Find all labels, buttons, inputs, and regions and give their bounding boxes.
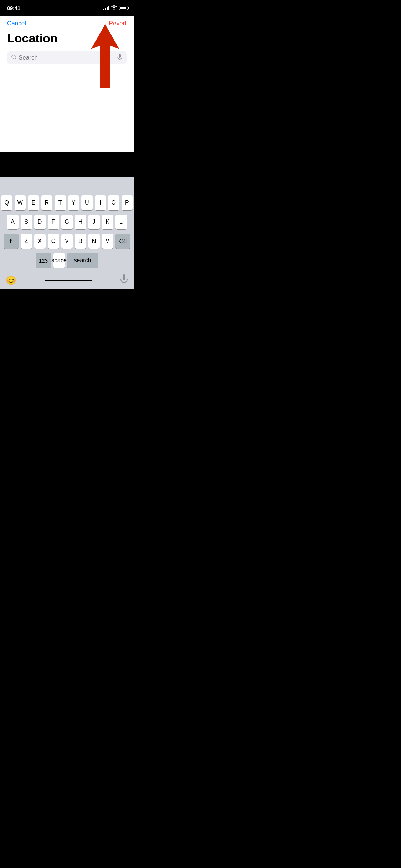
key-i[interactable]: I [95,195,106,210]
keyboard-rows: Q W E R T Y U I O P A S D F G H J K L ⬆ … [0,192,134,272]
key-h[interactable]: H [75,215,86,229]
key-w[interactable]: W [15,195,26,210]
shift-key[interactable]: ⬆ [4,234,19,249]
key-x[interactable]: X [34,234,46,249]
search-container [0,51,134,70]
key-c[interactable]: C [48,234,59,249]
delete-key[interactable]: ⌫ [115,234,130,249]
home-indicator [45,280,92,281]
key-b[interactable]: B [75,234,86,249]
content-area [0,70,134,152]
key-d[interactable]: D [34,215,46,229]
wifi-icon [111,5,117,11]
key-row-2: A S D F G H J K L [1,215,133,229]
key-r[interactable]: R [41,195,53,210]
space-key[interactable]: space [53,253,65,268]
key-n[interactable]: N [88,234,100,249]
key-u[interactable]: U [81,195,93,210]
svg-rect-3 [119,54,121,58]
status-time: 09:41 [7,5,20,11]
key-z[interactable]: Z [21,234,32,249]
emoji-button[interactable]: 😊 [6,275,16,285]
key-row-1: Q W E R T Y U I O P [1,195,133,210]
key-a[interactable]: A [7,215,19,229]
page-title: Location [0,30,134,51]
search-input[interactable] [19,54,115,61]
key-v[interactable]: V [61,234,73,249]
keyboard-suggestions [0,177,134,192]
key-o[interactable]: O [108,195,119,210]
key-e[interactable]: E [28,195,39,210]
key-q[interactable]: Q [1,195,12,210]
nav-bar: Cancel Revert [0,16,134,30]
keyboard: Q W E R T Y U I O P A S D F G H J K L ⬆ … [0,177,134,289]
battery-icon [119,6,128,10]
key-j[interactable]: J [88,215,100,229]
key-l[interactable]: L [115,215,127,229]
key-t[interactable]: T [55,195,66,210]
key-k[interactable]: K [102,215,113,229]
key-p[interactable]: P [122,195,133,210]
key-row-4: 123 space search [1,253,133,268]
key-y[interactable]: Y [68,195,79,210]
dictation-button[interactable] [120,274,128,286]
signal-icon [103,6,109,10]
svg-line-2 [15,58,16,60]
key-f[interactable]: F [48,215,59,229]
key-s[interactable]: S [21,215,32,229]
mic-icon[interactable] [117,54,122,62]
status-bar: 09:41 [0,0,134,16]
status-icons [103,5,128,11]
search-bar[interactable] [7,51,127,64]
key-g[interactable]: G [61,215,73,229]
key-m[interactable]: M [102,234,113,249]
keyboard-bottom-bar: 😊 [0,272,134,289]
revert-button[interactable]: Revert [109,20,127,27]
cancel-button[interactable]: Cancel [7,20,26,27]
numbers-key[interactable]: 123 [36,253,51,268]
svg-rect-5 [123,274,125,280]
key-row-3: ⬆ Z X C V B N M ⌫ [1,234,133,249]
search-icon [11,55,16,61]
search-key[interactable]: search [67,253,98,268]
